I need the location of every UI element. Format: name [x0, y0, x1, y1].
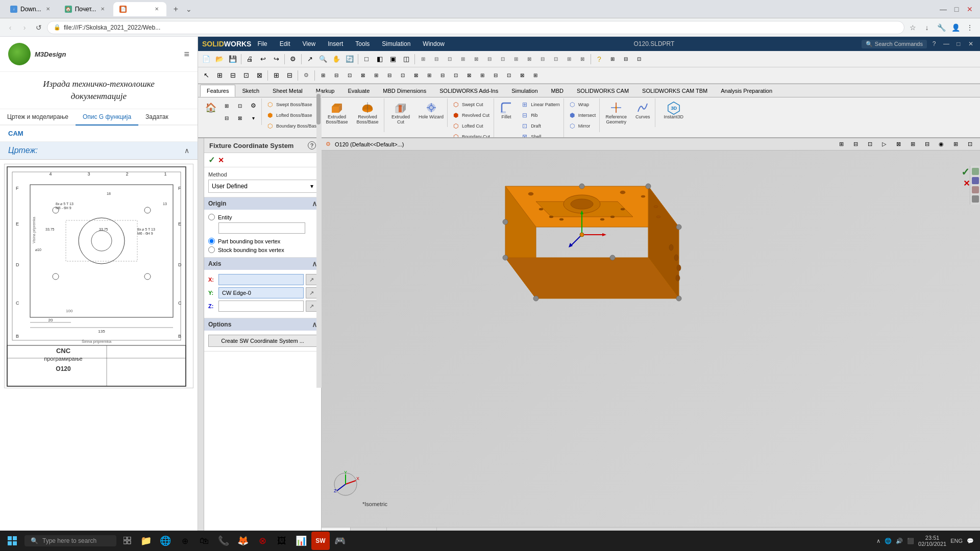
tb-g6[interactable]: ⊟	[483, 53, 496, 65]
tb-more1[interactable]: ⊞	[606, 53, 619, 65]
ribbon-boundary-boss[interactable]: ⬡ Boundary Boss/Base	[264, 121, 321, 131]
tb2-more4[interactable]: ⊠	[357, 69, 369, 82]
radio-part-bbox-input[interactable]	[208, 238, 215, 244]
ribbon-hole-wizard[interactable]: Hole Wizard	[417, 99, 445, 126]
tb-open[interactable]: 📂	[213, 53, 226, 65]
ribbon-draft[interactable]: ⊡ Draft	[519, 121, 561, 131]
tb2-more14[interactable]: ⊟	[489, 69, 502, 82]
tb2-view3[interactable]: ⊡	[240, 69, 252, 82]
download-btn[interactable]: ↓	[921, 21, 933, 34]
axis-y-input[interactable]	[218, 287, 304, 298]
tb2-more3[interactable]: ⊡	[344, 69, 356, 82]
ribbon-rib[interactable]: ⊟ Rib	[519, 110, 561, 120]
tab-mbd-dim[interactable]: MBD Dimensions	[376, 85, 433, 97]
ribbon-nav2[interactable]: ⊠	[234, 112, 246, 124]
ribbon-settings[interactable]: ⚙	[247, 99, 259, 112]
ribbon-revolved-boss[interactable]: Revolved Boss/Base	[353, 99, 382, 131]
tb-save[interactable]: 💾	[227, 53, 239, 65]
dialog-help-btn[interactable]: ?	[308, 141, 316, 149]
tb2-more17[interactable]: ⊞	[529, 69, 542, 82]
notification-btn[interactable]: 💬	[967, 538, 974, 544]
tb-g9[interactable]: ⊠	[523, 53, 535, 65]
tb2-more12[interactable]: ⊠	[463, 69, 475, 82]
nav-zadatak[interactable]: Задатак	[138, 109, 176, 124]
ribbon-extruded-cut[interactable]: Extruded Cut	[386, 99, 415, 126]
tb2-select[interactable]: ↖	[200, 69, 212, 82]
close-btn[interactable]: ✕	[964, 3, 976, 15]
tb-display3[interactable]: ▣	[387, 53, 399, 65]
tab-home[interactable]: 🏠 Почет... ✕	[59, 2, 113, 16]
hamburger-menu[interactable]: ≡	[184, 49, 189, 60]
tb-g7[interactable]: ⊡	[497, 53, 509, 65]
options-header[interactable]: Options ∧	[204, 318, 321, 331]
taskbar-up-arrow[interactable]: ∧	[876, 538, 880, 544]
vp-tool3[interactable]: ⊡	[864, 138, 876, 151]
ribbon-extruded-boss[interactable]: Extruded Boss/Base	[323, 99, 351, 131]
ribbon-curves[interactable]: Curves	[632, 99, 653, 126]
viewport-3d[interactable]: X Y Z *Isometric ✓ ✕	[322, 151, 980, 536]
tb2-more2[interactable]: ⊟	[330, 69, 342, 82]
tb-g5[interactable]: ⊠	[470, 53, 482, 65]
bookmark-btn[interactable]: ☆	[906, 21, 919, 34]
vp-tool9[interactable]: ⊞	[949, 138, 962, 151]
taskbar-solidworks-tray[interactable]: SW	[311, 532, 330, 550]
side-icon-1[interactable]	[972, 168, 979, 175]
tb-help[interactable]: ?	[593, 53, 605, 65]
radio-stock-bbox[interactable]: Stock bounding box vertex	[208, 246, 317, 253]
ribbon-lofted-cut[interactable]: ⬡ Lofted Cut	[450, 121, 492, 131]
tb2-dimension[interactable]: ⚙	[300, 69, 312, 82]
axis-z-input[interactable]	[218, 300, 304, 312]
side-icon-3[interactable]	[972, 186, 979, 193]
tb2-more6[interactable]: ⊟	[383, 69, 396, 82]
tb-g11[interactable]: ⊡	[550, 53, 562, 65]
taskbar-firefox[interactable]: 🦊	[234, 532, 252, 550]
sw-close-btn[interactable]: ✕	[966, 39, 976, 49]
forward-btn[interactable]: ›	[18, 21, 31, 34]
taskbar-app2[interactable]: 🎮	[331, 532, 349, 550]
ribbon-view2[interactable]: ⊟	[220, 112, 233, 124]
tb-g3[interactable]: ⊡	[444, 53, 456, 65]
tb-pan[interactable]: ✋	[330, 53, 342, 65]
scrollbar-thumb[interactable]	[316, 94, 321, 124]
ribbon-instant3d[interactable]: 3D Instant3D	[659, 99, 688, 121]
extensions-btn[interactable]: 🔧	[935, 21, 947, 34]
tb-g13[interactable]: ⊠	[576, 53, 589, 65]
tb2-view2[interactable]: ⊟	[227, 69, 239, 82]
section-collapse[interactable]: ∧	[184, 146, 189, 155]
minimize-btn[interactable]: —	[937, 3, 949, 15]
tab-close-active[interactable]: ✕	[153, 6, 160, 13]
tb2-more16[interactable]: ⊠	[516, 69, 528, 82]
ribbon-mirror[interactable]: ⬡ Mirror	[566, 121, 598, 131]
ribbon-wrap[interactable]: ⬡ Wrap	[566, 99, 598, 110]
tab-cam-tbm[interactable]: SOLIDWORKS CAM TBM	[635, 85, 714, 97]
sw-help-btn[interactable]: ?	[929, 39, 939, 49]
tb-undo[interactable]: ↩	[257, 53, 269, 65]
taskbar-viber[interactable]: 📞	[214, 532, 233, 550]
tb-g10[interactable]: ⊟	[536, 53, 549, 65]
tab-markup[interactable]: Markup	[309, 85, 341, 97]
side-icon-4[interactable]	[972, 195, 979, 203]
tab-list-btn[interactable]: ⌄	[183, 3, 195, 15]
tb2-more1[interactable]: ⊞	[317, 69, 329, 82]
ribbon-intersect[interactable]: ⬢ Intersect	[566, 110, 598, 120]
taskbar-volume[interactable]: 🔊	[896, 538, 903, 544]
menu-edit[interactable]: Edit	[278, 39, 292, 48]
menu-view[interactable]: View	[300, 39, 317, 48]
menu-insert[interactable]: Insert	[326, 39, 345, 48]
menu-simulation[interactable]: Simulation	[380, 39, 412, 48]
tb2-grid[interactable]: ⊟	[283, 69, 296, 82]
radio-entity[interactable]: Entity	[208, 214, 317, 220]
taskbar-search[interactable]: 🔍 Type here to search	[24, 535, 116, 546]
new-tab-btn[interactable]: +	[169, 3, 182, 15]
axis-z-btn[interactable]: ↗	[306, 300, 317, 312]
axis-header[interactable]: Axis ∧	[204, 258, 321, 270]
reload-btn[interactable]: ↺	[33, 21, 45, 34]
tab-addins[interactable]: SOLIDWORKS Add-Ins	[433, 85, 505, 97]
tb2-more8[interactable]: ⊠	[410, 69, 422, 82]
tb-zoom[interactable]: 🔍	[317, 53, 329, 65]
tb-print[interactable]: 🖨	[243, 53, 256, 65]
side-icon-2[interactable]	[972, 177, 979, 184]
tab-analysis[interactable]: Analysis Preparation	[714, 85, 779, 97]
tb-more2[interactable]: ⊟	[620, 53, 632, 65]
tb2-more11[interactable]: ⊡	[450, 69, 462, 82]
